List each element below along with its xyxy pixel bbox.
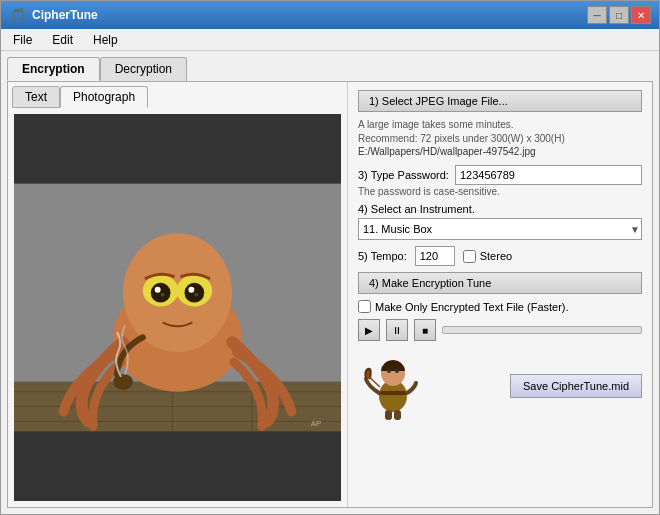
bottom-section: Save CipherTune.mid [358, 351, 642, 421]
svg-point-13 [184, 283, 204, 303]
recommend-info: A large image takes some minutes. Recomm… [358, 118, 642, 157]
stereo-checkbox[interactable] [463, 250, 476, 263]
recommend-detail: Recommend: 72 pixels under 300(W) x 300(… [358, 132, 642, 146]
password-input[interactable] [455, 165, 642, 185]
stereo-label-text: Stereo [480, 250, 512, 262]
stop-button[interactable]: ■ [414, 319, 436, 341]
password-note: The password is case-sensitive. [358, 186, 642, 197]
tempo-label: 5) Tempo: [358, 250, 407, 262]
svg-point-17 [194, 293, 198, 297]
character-svg [358, 351, 428, 421]
stereo-label[interactable]: Stereo [463, 250, 512, 263]
subtab-text[interactable]: Text [12, 86, 60, 108]
main-window: 🎵 CipherTune ─ □ ✕ File Edit Help Encryp… [0, 0, 660, 515]
title-buttons: ─ □ ✕ [587, 6, 651, 24]
file-path-display: E:/Wallpapers/HD/wallpaper-497542.jpg [358, 146, 642, 157]
main-tabs: Encryption Decryption [7, 57, 653, 81]
menu-help[interactable]: Help [85, 31, 126, 49]
instrument-select[interactable]: 1. Acoustic Grand Piano 2. Bright Acoust… [358, 218, 642, 240]
encrypt-check-label: Make Only Encrypted Text File (Faster). [375, 301, 569, 313]
menu-file[interactable]: File [5, 31, 40, 49]
close-button[interactable]: ✕ [631, 6, 651, 24]
svg-point-12 [151, 283, 171, 303]
password-row: 3) Type Password: [358, 165, 642, 185]
playback-row: ▶ ⏸ ■ [358, 319, 642, 341]
octopus-image: AP [14, 114, 341, 501]
right-panel: 1) Select JPEG Image File... A large ima… [348, 82, 652, 507]
subtab-photograph[interactable]: Photograph [60, 86, 148, 108]
minimize-button[interactable]: ─ [587, 6, 607, 24]
svg-point-18 [113, 374, 133, 390]
menu-bar: File Edit Help [1, 29, 659, 51]
subtabs: Text Photograph [12, 86, 343, 108]
left-panel: Text Photograph [8, 82, 348, 507]
svg-text:AP: AP [311, 419, 322, 428]
progress-bar [442, 326, 642, 334]
tab-content: Text Photograph [7, 81, 653, 508]
make-encryption-button[interactable]: 4) Make Encryption Tune [358, 272, 642, 294]
save-button[interactable]: Save CipherTune.mid [510, 374, 642, 398]
window-title: CipherTune [32, 8, 98, 22]
password-label: 3) Type Password: [358, 169, 449, 181]
instrument-select-wrapper: 1. Acoustic Grand Piano 2. Bright Acoust… [358, 218, 642, 240]
tab-decryption[interactable]: Decryption [100, 57, 187, 81]
tab-encryption[interactable]: Encryption [7, 57, 100, 81]
pause-button[interactable]: ⏸ [386, 319, 408, 341]
svg-rect-27 [380, 391, 406, 395]
svg-point-22 [387, 369, 391, 373]
title-bar-left: 🎵 CipherTune [9, 7, 98, 23]
tempo-section: 5) Tempo: Stereo [358, 246, 642, 266]
recommend-text: A large image takes some minutes. [358, 118, 642, 132]
svg-rect-24 [385, 410, 392, 420]
app-icon: 🎵 [9, 7, 26, 23]
svg-point-15 [188, 287, 194, 293]
svg-rect-25 [394, 410, 401, 420]
title-bar: 🎵 CipherTune ─ □ ✕ [1, 1, 659, 29]
main-content: Encryption Decryption Text Photograph [1, 51, 659, 514]
svg-point-14 [155, 287, 161, 293]
svg-point-23 [395, 369, 399, 373]
select-image-button[interactable]: 1) Select JPEG Image File... [358, 90, 642, 112]
maximize-button[interactable]: □ [609, 6, 629, 24]
encrypt-check-row: Make Only Encrypted Text File (Faster). [358, 300, 642, 313]
instrument-section: 4) Select an Instrument. 1. Acoustic Gra… [358, 203, 642, 240]
play-button[interactable]: ▶ [358, 319, 380, 341]
tempo-input[interactable] [415, 246, 455, 266]
encrypt-only-checkbox[interactable] [358, 300, 371, 313]
instrument-label: 4) Select an Instrument. [358, 203, 642, 215]
character-figure [358, 351, 428, 421]
image-display: AP [14, 114, 341, 501]
password-section: 3) Type Password: The password is case-s… [358, 163, 642, 197]
menu-edit[interactable]: Edit [44, 31, 81, 49]
svg-point-16 [161, 293, 165, 297]
